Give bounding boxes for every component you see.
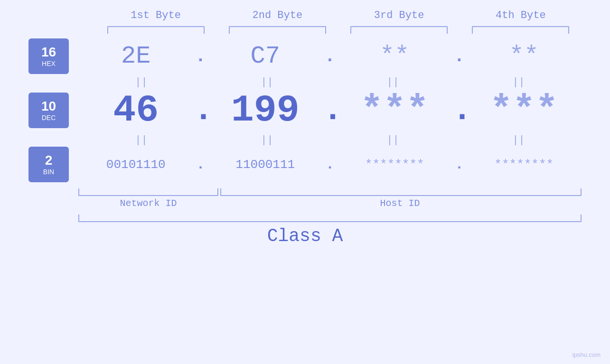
- network-bracket: [78, 188, 218, 196]
- eq1-b2: ||: [204, 77, 330, 88]
- bracket-2: [229, 26, 326, 34]
- hex-badge-label: HEX: [42, 60, 56, 67]
- dec-badge: 10 DEC: [28, 93, 69, 128]
- equals-row-2: || || || ||: [28, 135, 582, 146]
- outer-bracket-row: [28, 215, 582, 222]
- bin-byte2: 11000111: [208, 158, 323, 172]
- eq1-b3: ||: [330, 77, 456, 88]
- bin-dot2: .: [323, 157, 337, 173]
- bottom-bracket-row: [28, 188, 582, 196]
- byte4-header: 4th Byte: [460, 9, 582, 21]
- byte1-header: 1st Byte: [95, 9, 216, 21]
- bin-badge-label: BIN: [43, 168, 54, 176]
- hex-dot1: .: [194, 46, 208, 66]
- hex-byte4: **: [467, 42, 582, 70]
- equals-row-1: || || || ||: [28, 77, 582, 88]
- bin-byte1: 00101110: [78, 158, 194, 172]
- class-label: Class A: [28, 226, 582, 246]
- dec-badge-number: 10: [41, 99, 56, 114]
- bin-dot3: .: [452, 157, 467, 173]
- dec-dot3: .: [452, 92, 467, 129]
- dec-values-row: 46 . 199 . *** . ***: [78, 89, 582, 132]
- dec-dot2: .: [323, 92, 337, 129]
- host-bracket: [220, 188, 582, 196]
- bin-dot1: .: [194, 157, 208, 173]
- bracket-1: [107, 26, 205, 34]
- hex-byte3: **: [337, 42, 452, 70]
- bin-badge-number: 2: [45, 153, 53, 168]
- bracket-4: [472, 26, 569, 34]
- bracket-cell-4: [460, 26, 582, 34]
- eq1-b1: ||: [78, 77, 204, 88]
- eq2-b4: ||: [456, 135, 582, 146]
- dec-byte2: 199: [208, 89, 323, 132]
- dec-dot1: .: [194, 92, 208, 129]
- bin-badge: 2 BIN: [28, 147, 69, 182]
- hex-byte1: 2E: [78, 42, 194, 70]
- eq2-b2: ||: [204, 135, 330, 146]
- bin-values-row: 00101110 . 11000111 . ******** . *******…: [78, 157, 582, 173]
- eq2-b1: ||: [78, 135, 204, 146]
- main-container: 1st Byte 2nd Byte 3rd Byte 4th Byte 16 H…: [0, 0, 610, 364]
- dec-byte4: ***: [467, 89, 582, 132]
- hex-values-row: 2E . C7 . ** . **: [78, 42, 582, 70]
- hex-badge: 16 HEX: [28, 38, 69, 74]
- dec-byte3: ***: [337, 89, 452, 132]
- hex-section: 16 HEX 2E . C7 . ** . **: [28, 38, 582, 74]
- dec-byte1: 46: [78, 89, 194, 132]
- dec-section: 10 DEC 46 . 199 . *** . ***: [28, 89, 582, 132]
- bracket-3: [350, 26, 448, 34]
- eq1-b4: ||: [456, 77, 582, 88]
- bin-byte4: ********: [467, 158, 582, 172]
- outer-bracket: [78, 215, 582, 222]
- hex-dot2: .: [323, 46, 337, 66]
- id-labels-row: Network ID Host ID: [28, 198, 582, 209]
- host-id-label: Host ID: [218, 198, 582, 209]
- bracket-cell-2: [216, 26, 338, 34]
- bin-section: 2 BIN 00101110 . 11000111 . ******** . *…: [28, 147, 582, 182]
- network-id-label: Network ID: [78, 198, 218, 209]
- bracket-cell-3: [338, 26, 460, 34]
- bracket-cell-1: [95, 26, 216, 34]
- watermark: ipshu.com: [572, 351, 601, 358]
- eq2-b3: ||: [330, 135, 456, 146]
- byte-headers: 1st Byte 2nd Byte 3rd Byte 4th Byte: [28, 9, 582, 21]
- dec-badge-label: DEC: [42, 114, 56, 121]
- top-bracket-row: [28, 26, 582, 34]
- bin-byte3: ********: [337, 158, 452, 172]
- byte2-header: 2nd Byte: [216, 9, 338, 21]
- hex-badge-number: 16: [41, 45, 56, 60]
- hex-dot3: .: [452, 46, 467, 66]
- byte3-header: 3rd Byte: [338, 9, 460, 21]
- hex-byte2: C7: [208, 42, 323, 70]
